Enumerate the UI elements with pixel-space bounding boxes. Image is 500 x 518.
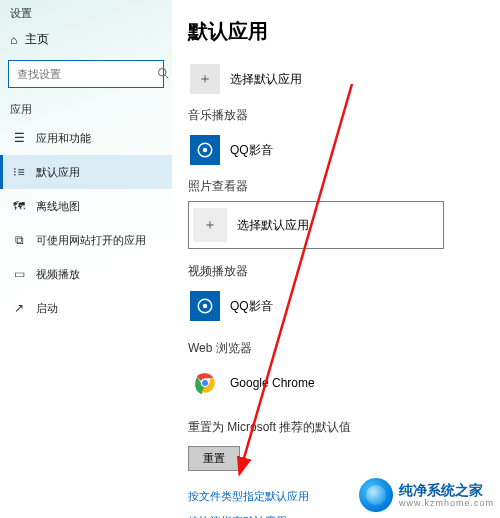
sidebar-item-label: 启动 <box>36 301 58 316</box>
window-title: 设置 <box>0 0 172 27</box>
sidebar-item-label: 默认应用 <box>36 165 80 180</box>
sidebar-item-apps-for-websites[interactable]: ⧉ 可使用网站打开的应用 <box>0 223 172 257</box>
svg-line-1 <box>165 75 168 78</box>
map-icon: 🗺 <box>12 199 26 213</box>
web-app-name: Google Chrome <box>230 376 315 390</box>
qq-video-icon <box>190 291 220 321</box>
sidebar-item-label: 视频播放 <box>36 267 80 282</box>
sidebar-home[interactable]: ⌂ 主页 <box>0 27 172 52</box>
music-app-name: QQ影音 <box>230 142 273 159</box>
sidebar-item-startup[interactable]: ↗ 启动 <box>0 291 172 325</box>
sidebar-item-offline-maps[interactable]: 🗺 离线地图 <box>0 189 172 223</box>
sidebar-item-label: 可使用网站打开的应用 <box>36 233 146 248</box>
link-by-protocol[interactable]: 按协议指定默认应用 <box>188 514 490 518</box>
sidebar-item-label: 离线地图 <box>36 199 80 214</box>
svg-point-3 <box>203 148 208 153</box>
startup-icon: ↗ <box>12 301 26 315</box>
search-box[interactable] <box>8 60 164 88</box>
sidebar-group-label: 应用 <box>0 98 172 121</box>
photo-viewer-tile[interactable]: ＋ 选择默认应用 <box>188 201 444 249</box>
sidebar-item-label: 应用和功能 <box>36 131 91 146</box>
home-icon: ⌂ <box>10 33 17 47</box>
video-player-tile[interactable]: QQ影音 <box>188 286 490 326</box>
reset-button[interactable]: 重置 <box>188 446 240 471</box>
svg-point-8 <box>201 379 208 386</box>
watermark-logo-icon <box>359 478 393 512</box>
reset-label: 重置为 Microsoft 推荐的默认值 <box>188 419 490 436</box>
sidebar-item-default-apps[interactable]: ⁝≡ 默认应用 <box>0 155 172 189</box>
sidebar-item-apps-features[interactable]: ☰ 应用和功能 <box>0 121 172 155</box>
section-video-label: 视频播放器 <box>188 263 490 280</box>
default-apps-icon: ⁝≡ <box>12 165 26 179</box>
website-icon: ⧉ <box>12 233 26 247</box>
sidebar: 设置 ⌂ 主页 应用 ☰ 应用和功能 ⁝≡ 默认应用 🗺 离线地图 ⧉ 可使用网… <box>0 0 172 518</box>
svg-point-5 <box>203 304 208 309</box>
sidebar-item-video-playback[interactable]: ▭ 视频播放 <box>0 257 172 291</box>
plus-icon: ＋ <box>193 208 227 242</box>
page-title: 默认应用 <box>188 18 490 45</box>
main-content: 默认应用 ＋ 选择默认应用 音乐播放器 QQ影音 照片查看器 ＋ 选择默认应用 … <box>172 0 500 518</box>
chrome-icon <box>190 368 220 398</box>
web-browser-tile[interactable]: Google Chrome <box>188 363 490 403</box>
section-music-label: 音乐播放器 <box>188 107 490 124</box>
video-app-name: QQ影音 <box>230 298 273 315</box>
choose-default-label: 选择默认应用 <box>230 71 302 88</box>
watermark: 纯净系统之家 www.kzmhome.com <box>359 478 494 512</box>
watermark-url: www.kzmhome.com <box>399 498 494 508</box>
apps-icon: ☰ <box>12 131 26 145</box>
choose-default-apps[interactable]: ＋ 选择默认应用 <box>188 59 490 99</box>
search-icon <box>157 67 169 82</box>
qq-music-icon <box>190 135 220 165</box>
home-label: 主页 <box>25 31 49 48</box>
plus-icon: ＋ <box>190 64 220 94</box>
section-web-label: Web 浏览器 <box>188 340 490 357</box>
photo-pick-label: 选择默认应用 <box>237 217 309 234</box>
video-icon: ▭ <box>12 267 26 281</box>
music-player-tile[interactable]: QQ影音 <box>188 130 490 170</box>
svg-point-0 <box>159 68 167 76</box>
section-photo-label: 照片查看器 <box>188 178 490 195</box>
search-input[interactable] <box>15 67 157 81</box>
